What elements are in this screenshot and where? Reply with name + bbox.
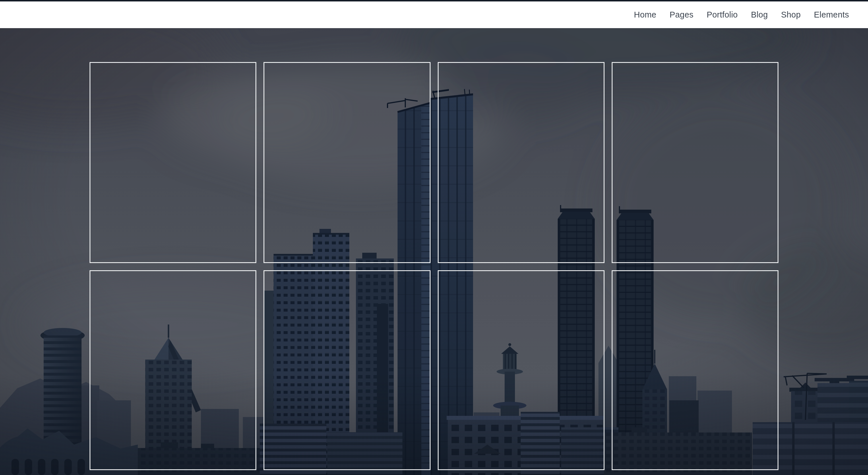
portfolio-tile-7[interactable] bbox=[438, 270, 604, 470]
nav-link-pages[interactable]: Pages bbox=[670, 11, 693, 19]
nav-link-elements[interactable]: Elements bbox=[814, 11, 849, 19]
portfolio-tile-6[interactable] bbox=[264, 270, 430, 470]
portfolio-tile-1[interactable] bbox=[90, 62, 256, 263]
site-header: Home Pages Portfolio Blog Shop Elements bbox=[0, 1, 868, 28]
portfolio-tile-5[interactable] bbox=[90, 270, 256, 470]
portfolio-tile-2[interactable] bbox=[264, 62, 430, 263]
portfolio-tile-8[interactable] bbox=[612, 270, 778, 470]
portfolio-tile-4[interactable] bbox=[612, 62, 778, 263]
portfolio-grid bbox=[90, 62, 778, 470]
nav-link-blog[interactable]: Blog bbox=[751, 11, 768, 19]
nav-link-home[interactable]: Home bbox=[634, 11, 656, 19]
hero-section bbox=[0, 28, 868, 475]
page-top-border bbox=[0, 0, 868, 1]
main-nav: Home Pages Portfolio Blog Shop Elements bbox=[634, 11, 868, 19]
nav-link-portfolio[interactable]: Portfolio bbox=[707, 11, 738, 19]
portfolio-tile-3[interactable] bbox=[438, 62, 604, 263]
nav-link-shop[interactable]: Shop bbox=[781, 11, 801, 19]
